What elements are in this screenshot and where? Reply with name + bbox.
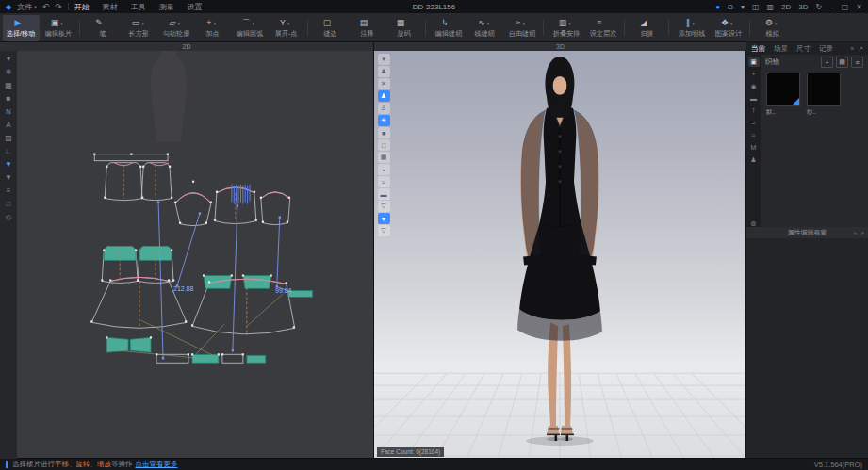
toolstrip-3d: ▾♟✕♟♙✳■□▦▪≈▬▽▼▽ [376,54,391,236]
stitchline-tab-icon[interactable]: = [748,118,760,128]
fabric-panel: 织物 +▤≡ 默.. 纱.. [761,55,868,227]
material-tab-icon[interactable]: M [748,142,760,153]
fill-icon[interactable]: ■ [2,92,15,105]
tab-size[interactable]: 尺寸 [796,44,811,54]
menubar: 开始素材工具测量设置 [74,2,203,12]
collapse-icon[interactable]: ▾ [378,54,390,65]
undo-button[interactable]: ↶ [42,2,50,11]
set-layer-button[interactable]: ≡ 设定层次 [584,15,621,41]
pressure-map-icon[interactable]: ❄ [2,66,15,78]
learn-more-link[interactable]: 点击查看更多 [136,460,178,469]
piece-outline-icon[interactable]: ◇ [2,211,15,223]
mannequin-stand-icon[interactable]: ♙ [378,103,390,114]
show-points-icon[interactable]: ✳ [378,115,390,126]
corner-icon[interactable]: ∟ [2,145,15,157]
garment-3d-icon[interactable]: ▽ [378,201,390,212]
prop-expand-icon[interactable]: ↗ [860,230,864,236]
menu-settings[interactable]: 设置 [188,2,203,12]
close-button[interactable]: ✕ [856,3,862,11]
free-sewing-button[interactable]: ≈▾ 自由缝纫 [503,15,540,41]
user-avatar[interactable]: ● [715,3,720,11]
garment-3d-alt-icon[interactable]: ▽ [378,225,390,236]
seam-edge-button[interactable]: ▢ 缝边 [312,15,349,41]
avatar-canvas[interactable] [374,42,746,459]
viewport-2d-header: 2D [0,42,373,51]
texture-icon[interactable]: ▨ [2,132,15,144]
simulate-button[interactable]: ⚙▾ 模拟 [754,15,791,41]
trim-tab-icon[interactable]: + [748,69,760,79]
add-point-button[interactable]: +▾ 加点 [194,15,231,41]
view-2d-button[interactable]: 2D [781,3,791,11]
bell-caret-icon[interactable]: ▾ [741,3,745,11]
edit-pattern-button[interactable]: ▣▾ 编辑板片 [40,15,76,41]
grid-3d-icon[interactable]: ▦ [378,152,390,163]
garment-hidden-icon[interactable]: ▼ [2,171,15,184]
seamline-icon[interactable]: ≡ [2,185,15,197]
file-menu[interactable]: 文件▾ [17,2,37,12]
iron-button[interactable]: ◢ 归拔 [629,15,665,41]
tab-history[interactable]: 记录 [819,44,833,54]
show-avatar-icon[interactable]: ♟ [378,66,390,77]
menu-measure[interactable]: 测量 [159,2,174,12]
tape-tab-icon[interactable]: ≈ [748,130,760,140]
topstitch-button[interactable]: ∥▾ 添加明线 [673,15,710,41]
notification-bell-icon[interactable]: Ω [728,3,733,11]
annotate-button[interactable]: ▤ 注释 [349,15,385,41]
minimize-button[interactable]: – [829,3,833,11]
expand-panel-icon[interactable]: ↗ [858,45,863,53]
garment-visible-icon[interactable]: ▼ [2,158,15,170]
fold-arrange-button[interactable]: ▥▾ 折叠安排 [548,15,584,41]
collapse-panel-icon[interactable]: » [850,45,854,53]
zipper-tab-icon[interactable]: ⊺ [748,105,760,116]
pen-button[interactable]: ✎ 笔 [84,15,121,41]
fabric-tab-icon[interactable]: ▣ [748,57,760,67]
viewport-2d[interactable]: 2D [0,42,373,459]
rectangle-button[interactable]: ▭▾ 长方形 [121,15,157,41]
add-fabric-button[interactable]: + [821,57,833,68]
menu-start[interactable]: 开始 [74,2,90,12]
avatar-tab-icon[interactable]: ♟ [748,154,760,165]
fabric-white-icon[interactable]: □ [378,139,390,151]
line-sewing-button[interactable]: ∿▾ 线缝纫 [467,15,503,41]
fabric-swatch-default[interactable]: 默.. [766,73,800,117]
layout-split-icon[interactable]: ◫ [752,3,760,11]
tab-current[interactable]: 当前 [751,44,765,54]
pattern-design-button[interactable]: ❖▾ 图案设计 [710,15,746,41]
layout-columns-icon[interactable]: ▥ [767,3,775,11]
trace-button[interactable]: ▱▾ 勾勒轮廓 [157,15,194,41]
redo-button[interactable]: ↷ [55,2,62,11]
pin-3d-icon[interactable]: ▪ [378,164,390,175]
edit-arc-button[interactable]: ⌒▾ 编辑圆弧 [231,15,268,41]
viewport-3d[interactable]: 3D [373,42,746,459]
annotation-icon[interactable]: A [2,119,15,131]
fabric-swatch-yarn[interactable]: 纱.. [807,73,841,117]
garment-3d-visible-icon[interactable]: ▼ [378,213,390,224]
normal-map-icon[interactable]: N [2,105,15,118]
menu-tools[interactable]: 工具 [131,2,146,12]
menu-material[interactable]: 素材 [103,2,118,12]
view-3d-button[interactable]: 3D [798,3,808,11]
titlebar: ◆ 文件▾ ↶ ↷ 开始素材工具测量设置 DD-223L156 ●Ω▾◫▥2D3… [0,0,868,13]
sync-icon[interactable]: ↻ [816,3,823,11]
unfold-point-button[interactable]: Y▾ 展开-点 [268,15,304,41]
tab-scene[interactable]: 场景 [774,44,788,54]
stitch-3d-icon[interactable]: ≈ [378,176,390,187]
button-tab-icon[interactable]: ◉ [748,81,760,91]
collapse-icon[interactable]: ▾ [2,53,15,65]
tape-3d-icon[interactable]: ▬ [378,188,390,200]
fabric-solid-icon[interactable]: ■ [378,127,390,138]
maximize-button[interactable]: ▢ [842,3,849,11]
grading-button[interactable]: ▦ 放码 [385,15,422,41]
select-move-button[interactable]: ▶ 选择/移动 [3,15,40,41]
paper-icon[interactable]: □ [2,198,15,210]
show-bones-icon[interactable]: ✕ [378,78,390,89]
grid-icon[interactable]: ▦ [2,79,15,91]
topstitch-tab-icon[interactable]: ▬ [748,93,760,104]
prop-collapse-icon[interactable]: » [854,230,857,236]
grid-view-button[interactable]: ▤ [836,57,848,68]
edit-sewing-button[interactable]: ↳ 编辑缝纫 [430,15,467,41]
avatar-selected-icon[interactable]: ♟ [378,90,390,102]
app-logo-icon: ◆ [6,3,11,11]
list-view-button[interactable]: ≡ [851,57,863,68]
pattern-canvas[interactable] [0,42,373,459]
